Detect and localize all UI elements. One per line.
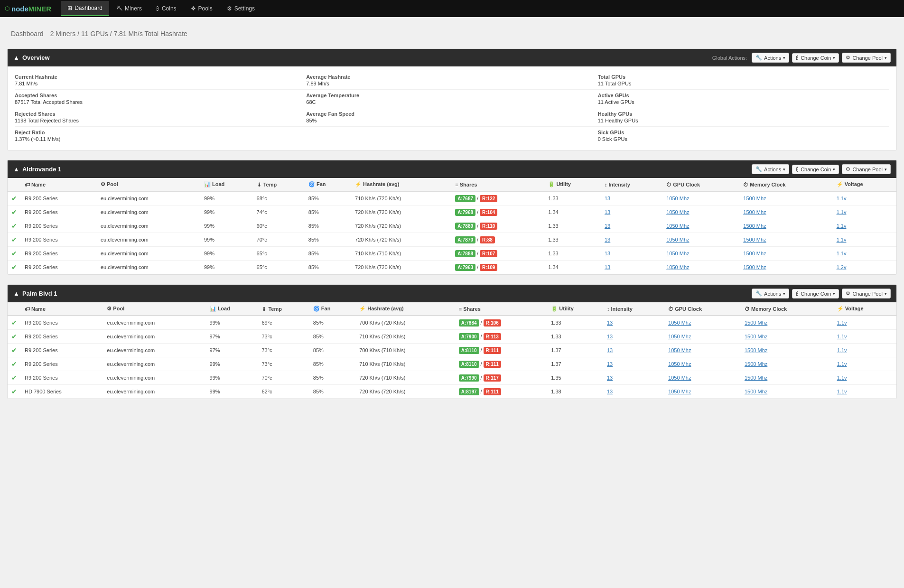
intensity-link[interactable]: 13 [607,320,613,326]
gpu-clock-link[interactable]: 1050 Mhz [666,223,689,229]
row-hashrate: 720 Kh/s (720 Kh/s) [355,385,455,399]
row-fan: 85% [309,344,355,357]
gpu-clock-link[interactable]: 1050 Mhz [668,334,691,339]
voltage-link[interactable]: 1.1v [837,347,847,353]
row-check: ✔ [8,371,21,385]
gpu-clock-link[interactable]: 1050 Mhz [666,251,689,256]
miner2-header-right: 🔧 Actions ₿ Change Coin ⚙ Change Pool [752,289,891,299]
voltage-link[interactable]: 1.1v [837,251,847,256]
miner1-section: ▲ Aldrovande 1 🔧 Actions ₿ Change Coin ⚙… [7,160,897,275]
col-pool: ⚙ Pool [103,302,205,316]
voltage-link[interactable]: 1.1v [837,223,847,229]
voltage-link[interactable]: 1.1v [837,389,847,394]
global-change-coin-button[interactable]: ₿ Change Coin [792,53,839,63]
col-gpu-clock: ⏱ GPU Clock [664,302,741,316]
intensity-link[interactable]: 13 [607,361,613,367]
intensity-link[interactable]: 13 [605,251,610,256]
nav-dashboard[interactable]: ⊞ Dashboard [61,1,109,16]
intensity-link[interactable]: 13 [607,334,613,339]
intensity-link[interactable]: 13 [605,196,610,201]
row-utility: 1.33 [547,330,603,344]
check-icon: ✔ [11,333,17,340]
voltage-link[interactable]: 1.1v [837,196,847,201]
row-temp: 62°c [258,385,309,399]
intensity-link[interactable]: 13 [607,375,613,381]
global-actions-label: Global Actions: [712,55,747,61]
miner1-actions-button[interactable]: 🔧 Actions [752,164,789,174]
mem-clock-link[interactable]: 1500 Mhz [743,251,766,256]
row-intensity: 13 [603,316,664,330]
nav-coins[interactable]: ₿ Coins [149,1,183,16]
voltage-link[interactable]: 1.1v [837,375,847,381]
intensity-link[interactable]: 13 [605,209,610,215]
intensity-link[interactable]: 13 [607,347,613,353]
nav-pools[interactable]: ❖ Pools [184,1,219,16]
voltage-link[interactable]: 1.1v [837,334,847,339]
intensity-link[interactable]: 13 [605,223,610,229]
voltage-link[interactable]: 1.1v [837,237,847,243]
intensity-link[interactable]: 13 [605,237,610,243]
miner1-collapse-icon[interactable]: ▲ [13,166,19,173]
mem-clock-link[interactable]: 1500 Mhz [743,223,766,229]
row-hashrate: 720 Kh/s (720 Kh/s) [351,205,451,219]
table-row: ✔ R9 200 Series eu.clevermining.com 99% … [8,219,896,233]
nav-miners[interactable]: ⛏ Miners [110,1,149,16]
global-change-pool-button[interactable]: ⚙ Change Pool [842,53,891,63]
mem-clock-link[interactable]: 1500 Mhz [745,320,767,326]
gpu-clock-link[interactable]: 1050 Mhz [666,196,689,201]
miner1-change-pool-button[interactable]: ⚙ Change Pool [842,164,891,174]
mem-clock-link[interactable]: 1500 Mhz [743,196,766,201]
row-voltage: 1.1v [833,357,896,371]
mem-clock-link[interactable]: 1500 Mhz [743,237,766,243]
row-shares: A:7889 / R:110 [451,219,544,233]
check-icon: ✔ [11,195,17,202]
intensity-link[interactable]: 13 [605,264,610,270]
gpu-clock-link[interactable]: 1050 Mhz [668,320,691,326]
collapse-icon[interactable]: ▲ [13,54,19,61]
mem-clock-link[interactable]: 1500 Mhz [745,389,767,394]
check-icon: ✔ [11,263,17,271]
col-intensity: ↕ Intensity [601,178,662,191]
mem-clock-link[interactable]: 1500 Mhz [745,347,767,353]
check-icon: ✔ [11,250,17,257]
row-hashrate: 710 Kh/s (710 Kh/s) [351,247,451,261]
intensity-link[interactable]: 13 [607,389,613,394]
gpu-clock-link[interactable]: 1050 Mhz [666,237,689,243]
voltage-link[interactable]: 1.1v [837,209,847,215]
row-utility: 1.37 [547,357,603,371]
row-temp: 60°c [253,219,305,233]
row-utility: 1.33 [544,191,601,205]
mem-clock-link[interactable]: 1500 Mhz [745,375,767,381]
global-actions-button[interactable]: 🔧 Actions [752,53,789,63]
voltage-link[interactable]: 1.2v [837,264,847,270]
miner2-actions-button[interactable]: 🔧 Actions [752,289,789,299]
mem-clock-link[interactable]: 1500 Mhz [745,334,767,339]
mem-clock-link[interactable]: 1500 Mhz [743,209,766,215]
voltage-link[interactable]: 1.1v [837,361,847,367]
mem-clock-link[interactable]: 1500 Mhz [745,361,767,367]
gpu-clock-link[interactable]: 1050 Mhz [666,264,689,270]
miner1-header: ▲ Aldrovande 1 🔧 Actions ₿ Change Coin ⚙… [8,160,896,178]
gpu-clock-link[interactable]: 1050 Mhz [668,347,691,353]
row-check: ✔ [8,385,21,399]
row-shares: A:7687 / R:122 [451,191,544,205]
miner2-change-pool-button[interactable]: ⚙ Change Pool [842,289,891,299]
row-name: R9 200 Series [21,371,103,385]
miner2-collapse-icon[interactable]: ▲ [13,290,19,297]
mem-clock-link[interactable]: 1500 Mhz [743,264,766,270]
col-voltage: ⚡ Voltage [833,302,896,316]
rejected-badge: R:109 [480,264,497,271]
page-title: Dashboard 2 Miners / 11 GPUs / 7.81 Mh/s… [7,27,897,39]
nav-settings[interactable]: ⚙ Settings [220,1,261,16]
miner2-change-coin-button[interactable]: ₿ Change Coin [792,289,839,299]
row-check: ✔ [8,330,21,344]
overview-stat-avg-hashrate: Average Hashrate 7.89 Mh/s [306,71,597,90]
gpu-clock-link[interactable]: 1050 Mhz [668,389,691,394]
row-fan: 85% [309,385,355,399]
gpu-clock-link[interactable]: 1050 Mhz [668,375,691,381]
voltage-link[interactable]: 1.1v [837,320,847,326]
col-load: 📊 Load [206,302,258,316]
gpu-clock-link[interactable]: 1050 Mhz [668,361,691,367]
gpu-clock-link[interactable]: 1050 Mhz [666,209,689,215]
miner1-change-coin-button[interactable]: ₿ Change Coin [792,165,839,174]
